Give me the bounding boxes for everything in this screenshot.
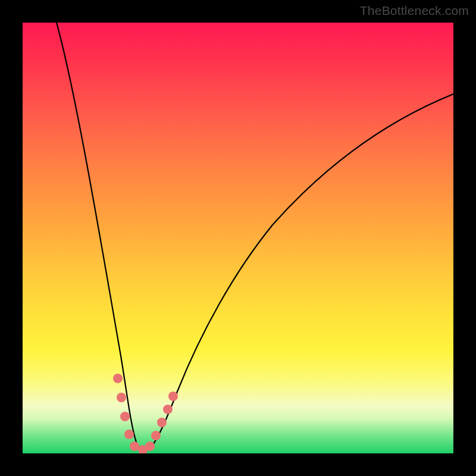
plot-background <box>23 23 453 453</box>
watermark-text: TheBottleneck.com <box>360 4 469 18</box>
chart-frame: TheBottleneck.com <box>0 0 476 476</box>
